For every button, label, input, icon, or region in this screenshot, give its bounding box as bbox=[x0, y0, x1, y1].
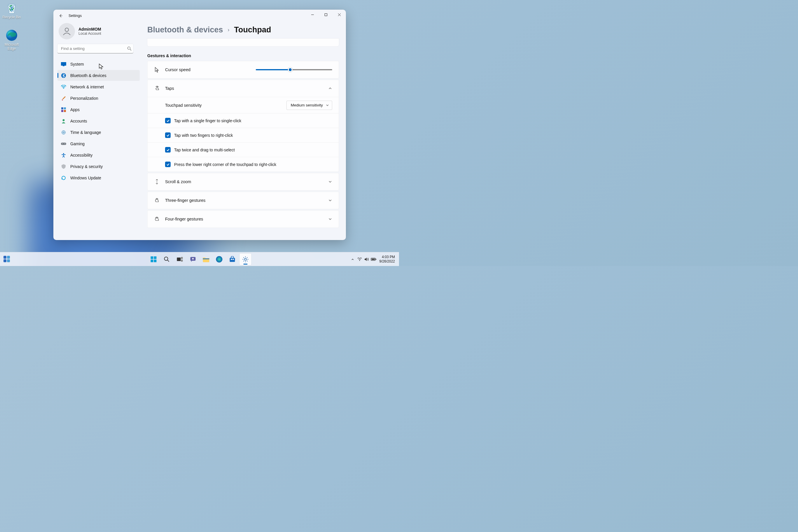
close-button[interactable] bbox=[332, 10, 346, 20]
dropdown-value: Medium sensitivity bbox=[291, 103, 323, 107]
svg-rect-35 bbox=[203, 259, 209, 259]
back-button[interactable] bbox=[59, 14, 63, 18]
svg-rect-10 bbox=[64, 107, 66, 109]
card-scroll-zoom[interactable]: Scroll & zoom bbox=[147, 173, 339, 190]
checkbox-tap-two[interactable] bbox=[165, 132, 171, 138]
settings-button[interactable] bbox=[240, 253, 251, 265]
start-button[interactable] bbox=[148, 253, 159, 265]
row-tap-single: Tap with a single finger to single-click bbox=[148, 113, 339, 128]
nav-gaming[interactable]: Gaming bbox=[57, 138, 140, 149]
svg-rect-39 bbox=[233, 259, 234, 260]
svg-rect-6 bbox=[63, 65, 64, 66]
nav-accounts[interactable]: Accounts bbox=[57, 115, 140, 126]
svg-point-3 bbox=[65, 28, 69, 32]
nav-system[interactable]: System bbox=[57, 59, 140, 70]
store-button[interactable] bbox=[227, 253, 238, 265]
card-three-finger[interactable]: Three-finger gestures bbox=[147, 192, 339, 209]
nav-privacy[interactable]: Privacy & security bbox=[57, 161, 140, 172]
volume-icon[interactable] bbox=[364, 256, 369, 262]
file-explorer-button[interactable] bbox=[201, 253, 212, 265]
section-label: Gestures & interaction bbox=[147, 53, 339, 58]
nav-label: Personalization bbox=[70, 96, 98, 101]
taps-header-row[interactable]: Taps bbox=[148, 80, 339, 97]
svg-rect-38 bbox=[231, 259, 232, 260]
svg-point-4 bbox=[128, 47, 130, 50]
nav: System Bluetooth & devices Network & int… bbox=[57, 59, 140, 183]
breadcrumb-parent[interactable]: Bluetooth & devices bbox=[147, 25, 223, 34]
widgets-button[interactable] bbox=[3, 255, 11, 263]
nav-label: Accounts bbox=[70, 119, 87, 124]
wifi-icon[interactable] bbox=[357, 256, 363, 262]
three-finger-icon bbox=[154, 197, 160, 203]
nav-label: Windows Update bbox=[70, 176, 101, 180]
nav-label: System bbox=[70, 62, 84, 66]
task-view-button[interactable] bbox=[174, 253, 186, 265]
svg-rect-44 bbox=[376, 259, 376, 260]
tray-overflow-button[interactable] bbox=[350, 256, 356, 262]
search-button[interactable] bbox=[161, 253, 173, 265]
edge-button[interactable] bbox=[213, 253, 225, 265]
minimize-button[interactable] bbox=[306, 10, 319, 20]
search-input[interactable] bbox=[57, 44, 133, 53]
card-four-finger[interactable]: Four-finger gestures bbox=[147, 210, 339, 228]
checkbox-tap-drag[interactable] bbox=[165, 147, 171, 153]
maximize-button[interactable] bbox=[319, 10, 332, 20]
window-title: Settings bbox=[69, 14, 82, 18]
nav-label: Bluetooth & devices bbox=[70, 73, 107, 78]
chat-button[interactable] bbox=[187, 253, 199, 265]
nav-label: Time & language bbox=[70, 130, 101, 135]
scroll-icon bbox=[154, 179, 160, 185]
nav-label: Accessibility bbox=[70, 153, 93, 157]
main-content: Bluetooth & devices › Touchpad Gestures … bbox=[141, 22, 346, 240]
nav-network[interactable]: Network & internet bbox=[57, 81, 140, 92]
shield-icon bbox=[61, 164, 66, 169]
cursor-speed-label: Cursor speed bbox=[165, 68, 190, 72]
wifi-icon bbox=[61, 84, 66, 90]
breadcrumb: Bluetooth & devices › Touchpad bbox=[147, 25, 339, 34]
clock[interactable]: 4:03 PM 9/26/2022 bbox=[379, 255, 395, 264]
battery-icon[interactable] bbox=[371, 256, 377, 262]
sensitivity-dropdown[interactable]: Medium sensitivity bbox=[286, 101, 332, 110]
row-label: Three-finger gestures bbox=[165, 198, 206, 203]
taskbar: 4:03 PM 9/26/2022 bbox=[0, 252, 399, 266]
svg-rect-37 bbox=[230, 258, 235, 262]
desktop-icon-label: Microsoft Edge bbox=[5, 43, 19, 51]
search-wrapper bbox=[57, 44, 138, 53]
bluetooth-icon bbox=[61, 73, 66, 78]
row-label: Scroll & zoom bbox=[165, 179, 191, 184]
desktop-icon-recycle-bin[interactable]: Recycle Bin bbox=[1, 2, 23, 19]
person-icon bbox=[61, 118, 66, 124]
nav-bluetooth-devices[interactable]: Bluetooth & devices bbox=[57, 70, 140, 81]
titlebar: Settings bbox=[53, 10, 346, 22]
user-name: AdminMOM bbox=[78, 27, 101, 32]
display-icon bbox=[61, 61, 66, 67]
chevron-down-icon bbox=[328, 198, 332, 203]
checkbox-label: Tap twice and drag to multi-select bbox=[174, 148, 235, 152]
nav-accessibility[interactable]: Accessibility bbox=[57, 150, 140, 160]
taskbar-center bbox=[148, 253, 251, 265]
system-tray: 4:03 PM 9/26/2022 bbox=[350, 255, 397, 264]
svg-rect-23 bbox=[3, 259, 6, 262]
settings-window: Settings AdminMOM Local Account bbox=[53, 10, 346, 240]
checkbox-tap-corner[interactable] bbox=[165, 162, 171, 167]
nav-personalization[interactable]: Personalization bbox=[57, 93, 140, 103]
search-icon bbox=[127, 46, 132, 51]
row-tap-drag: Tap twice and drag to multi-select bbox=[148, 142, 339, 157]
nav-label: Privacy & security bbox=[70, 164, 103, 169]
svg-rect-26 bbox=[154, 256, 157, 259]
svg-rect-11 bbox=[61, 110, 63, 112]
svg-rect-2 bbox=[325, 14, 327, 16]
four-finger-icon bbox=[154, 216, 160, 222]
nav-apps[interactable]: Apps bbox=[57, 104, 140, 115]
date: 9/26/2022 bbox=[379, 259, 395, 264]
cursor-speed-slider[interactable] bbox=[256, 69, 332, 70]
svg-rect-28 bbox=[154, 260, 157, 262]
profile[interactable]: AdminMOM Local Account bbox=[57, 22, 140, 44]
nav-label: Gaming bbox=[70, 141, 84, 146]
desktop-icon-edge[interactable]: Microsoft Edge bbox=[1, 29, 23, 51]
nav-windows-update[interactable]: Windows Update bbox=[57, 172, 140, 183]
nav-label: Apps bbox=[70, 107, 80, 112]
nav-time-language[interactable]: Time & language bbox=[57, 127, 140, 138]
checkbox-tap-single[interactable] bbox=[165, 118, 171, 124]
svg-point-29 bbox=[165, 257, 168, 261]
